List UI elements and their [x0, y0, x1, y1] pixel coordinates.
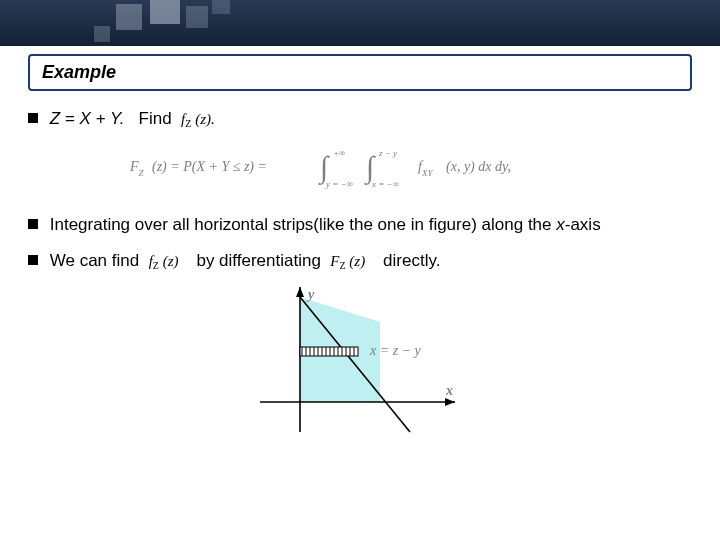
- bullet-2: Integrating over all horizontal strips(l…: [28, 215, 692, 235]
- integrate-text: Integrating over all horizontal strips(l…: [50, 215, 557, 234]
- svg-marker-9: [296, 287, 304, 297]
- slide-body: Z = X + Y. Find fZ (z). FZ (z) = P(X + Y…: [0, 109, 720, 441]
- Fz-cap: FZ (z): [330, 253, 369, 269]
- fz-target: fZ (z).: [181, 111, 215, 127]
- bullet-icon: [28, 255, 38, 265]
- integral-equation: FZ (z) = P(X + Y ≤ z) = ∫ +∞ y = −∞ ∫ z …: [28, 145, 692, 193]
- svg-text:y = −∞: y = −∞: [325, 179, 353, 189]
- example-title-box: Example: [28, 54, 692, 91]
- svg-text:z − y: z − y: [378, 148, 397, 158]
- svg-marker-10: [445, 398, 455, 406]
- find-label: Find: [139, 109, 172, 128]
- slide-top-banner: [0, 0, 720, 46]
- line-equation-label: x = z − y: [369, 343, 422, 358]
- svg-text:(x, y) dx dy,: (x, y) dx dy,: [446, 159, 511, 175]
- bullet-icon: [28, 113, 38, 123]
- bullet-1: Z = X + Y. Find fZ (z).: [28, 109, 692, 129]
- svg-rect-11: [300, 347, 358, 356]
- y-axis-label: y: [306, 287, 315, 302]
- z-definition: Z = X + Y.: [50, 109, 125, 128]
- bullet-3: We can find fZ (z) by differentiating FZ…: [28, 251, 692, 271]
- fz-small: fZ (z): [149, 253, 183, 269]
- Fz-symbol: FZ: [130, 159, 145, 178]
- svg-text:(z) = P(X + Y ≤ z) =: (z) = P(X + Y ≤ z) =: [152, 159, 267, 175]
- bullet-icon: [28, 219, 38, 229]
- svg-text:+∞: +∞: [333, 148, 346, 158]
- x-axis-label: x: [445, 383, 453, 398]
- region-figure: y x x = z − y: [28, 287, 692, 441]
- svg-text:x = −∞: x = −∞: [371, 179, 399, 189]
- svg-text:fXY: fXY: [418, 159, 433, 178]
- horizontal-strip: [300, 347, 358, 356]
- example-title: Example: [42, 62, 116, 82]
